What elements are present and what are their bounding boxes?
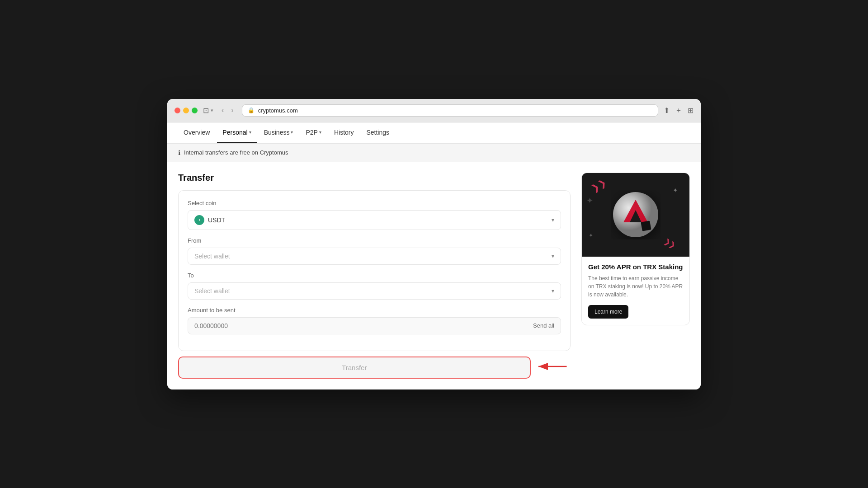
browser-nav-buttons: ‹ › [219,105,236,115]
transfer-section: Transfer Select coin ₮ [178,173,571,379]
close-button[interactable] [175,108,180,113]
coin-selector-group: Select coin ₮ USDT [188,200,561,230]
from-chevron-icon: ▾ [552,253,554,259]
nav-personal[interactable]: Personal ▾ [217,122,256,143]
amount-input-wrapper: Send all [188,317,561,334]
arrow-annotation [534,357,571,375]
new-tab-icon[interactable]: ＋ [675,106,682,115]
from-dropdown[interactable]: Select wallet ▾ [188,248,561,265]
business-chevron-icon: ▾ [291,130,293,135]
browser-content: Overview Personal ▾ Business ▾ P2P ▾ His… [167,122,701,389]
from-group: From Select wallet ▾ [188,237,561,265]
amount-label: Amount to be sent [188,307,561,314]
form-card: Select coin ₮ USDT [178,190,571,351]
usdt-icon: ₮ [194,215,204,225]
coin-name: USDT [208,216,225,224]
nav-business[interactable]: Business ▾ [259,122,299,143]
nav-history[interactable]: History [329,122,359,143]
nav-p2p[interactable]: P2P ▾ [300,122,326,143]
svg-text:₮: ₮ [199,219,200,221]
sidebar-icon: ⊡ [203,106,209,115]
share-icon[interactable]: ⬆ [664,106,670,115]
lock-icon: 🔒 [248,107,255,113]
browser-window: ⊡ ▾ ‹ › 🔒 cryptomus.com ⬆ ＋ ⊞ Overview P… [167,99,701,389]
info-banner: ℹ Internal transfers are free on Cryptom… [167,144,701,162]
p2p-chevron-icon: ▾ [319,130,321,135]
nav-settings[interactable]: Settings [361,122,395,143]
chevron-down-icon: ▾ [211,108,213,113]
coin-chevron-icon: ▾ [552,217,554,223]
transfer-button[interactable]: Transfer [178,357,531,379]
browser-titlebar: ⊡ ▾ ‹ › 🔒 cryptomus.com ⬆ ＋ ⊞ [167,99,701,122]
personal-chevron-icon: ▾ [249,130,251,135]
main-content: Transfer Select coin ₮ [167,162,701,389]
minimize-button[interactable] [183,108,189,113]
send-all-button[interactable]: Send all [533,322,554,329]
to-chevron-icon: ▾ [552,288,554,294]
traffic-lights [175,108,198,113]
site-nav: Overview Personal ▾ Business ▾ P2P ▾ His… [167,122,701,144]
forward-button[interactable]: › [228,105,236,115]
promo-title: Get 20% APR on TRX Staking [588,263,683,271]
from-label: From [188,237,561,244]
to-dropdown[interactable]: Select wallet ▾ [188,282,561,300]
to-label: To [188,272,561,279]
address-bar[interactable]: 🔒 cryptomus.com [242,104,658,117]
promo-decorations: ❯❯ ✦ ✦ ❯❯ ✦ [582,173,689,257]
page-title: Transfer [178,173,571,183]
sidebar-toggle[interactable]: ⊡ ▾ [203,106,213,115]
info-icon: ℹ [178,149,180,156]
coin-info: ₮ USDT [194,215,225,225]
info-text: Internal transfers are free on Cryptomus [184,149,288,156]
learn-more-button[interactable]: Learn more [588,305,628,319]
from-placeholder: Select wallet [194,253,230,260]
browser-actions: ⬆ ＋ ⊞ [664,106,693,115]
promo-image: ❯❯ ✦ ✦ ❯❯ ✦ [582,173,689,257]
grid-icon[interactable]: ⊞ [688,106,693,115]
transfer-button-row: Transfer [178,355,571,379]
amount-group: Amount to be sent Send all [188,307,561,334]
back-button[interactable]: ‹ [219,105,226,115]
to-placeholder: Select wallet [194,287,230,295]
coin-label: Select coin [188,200,561,206]
maximize-button[interactable] [192,108,198,113]
amount-input[interactable] [194,322,533,329]
coin-dropdown[interactable]: ₮ USDT ▾ [188,210,561,230]
nav-overview[interactable]: Overview [178,122,215,143]
to-group: To Select wallet ▾ [188,272,561,300]
url-text: cryptomus.com [258,107,298,114]
promo-description: The best time to earn passive income on … [588,274,683,299]
promo-card: ❯❯ ✦ ✦ ❯❯ ✦ [581,173,690,325]
promo-body: Get 20% APR on TRX Staking The best time… [582,257,689,325]
